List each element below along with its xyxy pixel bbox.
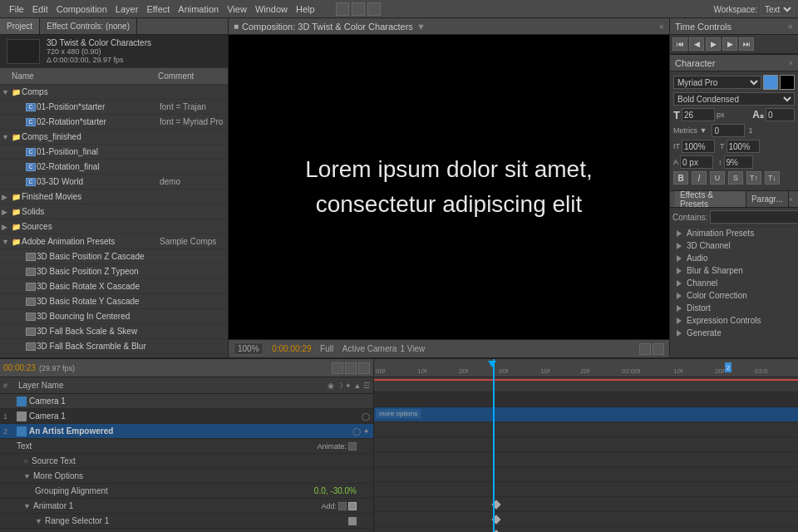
tree-item-comp1[interactable]: C 01-Position*starter font = Trajan	[0, 100, 228, 115]
toolbar-icon-2[interactable]	[352, 2, 365, 16]
tree-item-solids[interactable]: ▶ 📁 Solids	[0, 204, 228, 219]
font-color-box[interactable]	[763, 75, 778, 90]
toolbar-icon-3[interactable]	[367, 2, 381, 16]
vis-toggle[interactable]	[17, 397, 27, 406]
width-input[interactable]	[682, 140, 715, 153]
animator-vis[interactable]	[348, 502, 357, 510]
timeline-btn-3[interactable]	[358, 362, 370, 374]
tree-item-comps[interactable]: ▼ 📁 Comps	[0, 85, 228, 100]
effect-distort[interactable]: Distort	[670, 302, 798, 314]
menu-animation[interactable]: Animation	[174, 4, 223, 14]
add-btn[interactable]	[338, 502, 347, 510]
menu-help[interactable]: Help	[292, 4, 319, 14]
preview-icon-2[interactable]	[653, 343, 664, 355]
project-tab[interactable]: Project	[0, 18, 40, 34]
subtrack-end[interactable]: ○ End 20%	[0, 529, 373, 532]
effect-expression-controls[interactable]: Expression Controls	[670, 314, 798, 327]
effect-3d-channel[interactable]: 3D Channel	[670, 239, 798, 252]
effect-color-correction[interactable]: Color Correction	[670, 289, 798, 302]
tree-item-preset4[interactable]: 3D Basic Rotate Y Cascade	[0, 294, 228, 309]
tree-item-preset1[interactable]: 3D Basic Position Z Cascade	[0, 249, 228, 264]
step-fwd-btn[interactable]: ▶	[722, 37, 737, 51]
tree-item-preset8[interactable]: 3D Flip In Rotate Y	[0, 354, 228, 357]
tree-item-comp4[interactable]: C 02-Rotation_final	[0, 160, 228, 175]
tree-item-comp2[interactable]: C 02-Rotation*starter font = Myriad Pro	[0, 115, 228, 130]
tree-item-preset2[interactable]: 3D Basic Position Z Typeon	[0, 264, 228, 279]
bold-btn[interactable]: B	[673, 171, 688, 185]
font-bg-color-box[interactable]	[780, 75, 795, 90]
effects-presets-tab[interactable]: Effects & Presets	[675, 191, 746, 207]
subtrack-more-options[interactable]: ▼ More Options	[0, 469, 373, 484]
play-btn[interactable]: ▶	[706, 37, 721, 51]
height-input[interactable]	[727, 140, 760, 153]
superscript-btn[interactable]: T↑	[746, 171, 761, 185]
tsumi-input[interactable]	[724, 155, 753, 169]
effect-animation-presets[interactable]: Animation Presets	[670, 227, 798, 239]
menu-window[interactable]: Window	[251, 4, 292, 14]
tree-item-anim-presets[interactable]: ▼ 📁 Adobe Animation Presets Sample Comps	[0, 234, 228, 249]
subtrack-range-selector[interactable]: ▼ Range Selector 1	[0, 514, 373, 529]
quality-select[interactable]: Full	[320, 344, 333, 353]
menu-file[interactable]: File	[5, 4, 28, 14]
tree-item-preset6[interactable]: 3D Fall Back Scale & Skew	[0, 324, 228, 339]
preview-icon-1[interactable]	[639, 343, 651, 355]
subscript-btn[interactable]: T↓	[765, 171, 780, 185]
effect-channel[interactable]: Channel	[670, 277, 798, 289]
tree-item-comp3[interactable]: C 01-Position_final	[0, 145, 228, 160]
close-composition-btn[interactable]: ×	[659, 22, 664, 32]
tree-item-finished[interactable]: ▶ 📁 Finished Movies	[0, 190, 228, 204]
preview-canvas: Lorem ipsum dolor sit amet,consectetur a…	[229, 35, 669, 339]
tree-item-comps-finished[interactable]: ▼ 📁 Comps_finished	[0, 130, 228, 145]
effects-search-input[interactable]	[710, 210, 798, 224]
menu-layer[interactable]: Layer	[111, 4, 143, 14]
timeline-layer-2[interactable]: 2 An Artist Empowered ◯ ✦	[0, 424, 373, 439]
effect-blur-sharpen[interactable]: Blur & Sharpen	[670, 264, 798, 277]
right-layer2-track[interactable]: more options	[374, 407, 798, 422]
font-style-select[interactable]: Bold Condensed	[673, 92, 795, 106]
tree-item-sources[interactable]: ▶ 📁 Sources	[0, 219, 228, 234]
subtrack-text[interactable]: Text Animate:	[0, 439, 373, 454]
effect-controls-tab[interactable]: Effect Controls: (none)	[40, 18, 137, 34]
menu-view[interactable]: View	[223, 4, 251, 14]
more-options-btn[interactable]: more options	[376, 409, 421, 418]
tree-item-preset7[interactable]: 3D Fall Back Scramble & Blur	[0, 339, 228, 354]
tree-item-comp5[interactable]: C 03-3D World demo	[0, 175, 228, 190]
timeline-btn-2[interactable]	[345, 362, 357, 374]
baseline-input[interactable]	[680, 155, 713, 169]
italic-btn[interactable]: I	[692, 171, 707, 185]
strikethrough-btn[interactable]: S	[728, 171, 743, 185]
effect-generate[interactable]: Generate	[670, 327, 798, 339]
timeline-layer-camera-header[interactable]: Camera 1	[0, 394, 373, 409]
effects-close[interactable]: ×	[789, 195, 793, 204]
tree-item-preset3[interactable]: 3D Basic Rotate X Cascade	[0, 279, 228, 294]
toolbar-icon-1[interactable]	[336, 2, 349, 16]
effect-audio[interactable]: Audio	[670, 252, 798, 264]
tracking-input[interactable]	[766, 108, 795, 121]
workspace-select[interactable]: Text	[761, 2, 795, 16]
font-size-input[interactable]	[682, 108, 715, 121]
menu-effect[interactable]: Effect	[142, 4, 174, 14]
time-controls-close[interactable]: ×	[788, 22, 793, 32]
subtrack-source-text[interactable]: ○ Source Text	[0, 454, 373, 469]
timeline-btn-1[interactable]	[332, 362, 343, 374]
animate-btn[interactable]	[348, 442, 357, 451]
play-next-btn[interactable]: ⏭	[739, 37, 754, 51]
step-back-btn[interactable]: ◀	[689, 37, 704, 51]
zoom-level[interactable]: 100%	[234, 342, 264, 355]
layer2-vis[interactable]	[17, 426, 27, 436]
font-select[interactable]: Myriad Pro	[673, 76, 761, 89]
kerning-input[interactable]	[712, 124, 745, 137]
subtrack-grouping-alignment[interactable]: Grouping Alignment 0.0, -30.0%	[0, 484, 373, 499]
timeline-layer-1[interactable]: 1 Camera 1 ◯	[0, 409, 373, 424]
character-close[interactable]: ×	[789, 59, 793, 67]
range-vis[interactable]	[348, 517, 357, 525]
underline-btn[interactable]: U	[710, 171, 725, 185]
timecode-display: 0:00:00:29	[272, 344, 311, 353]
paragraph-tab[interactable]: Paragr...	[746, 191, 789, 207]
subtrack-animator-1[interactable]: ▼ Animator 1 Add:	[0, 499, 373, 514]
layer1-vis[interactable]	[17, 411, 27, 421]
menu-edit[interactable]: Edit	[28, 4, 52, 14]
tree-item-preset5[interactable]: 3D Bouncing In Centered	[0, 309, 228, 324]
play-prev-btn[interactable]: ⏮	[672, 37, 687, 51]
menu-composition[interactable]: Composition	[52, 4, 111, 14]
